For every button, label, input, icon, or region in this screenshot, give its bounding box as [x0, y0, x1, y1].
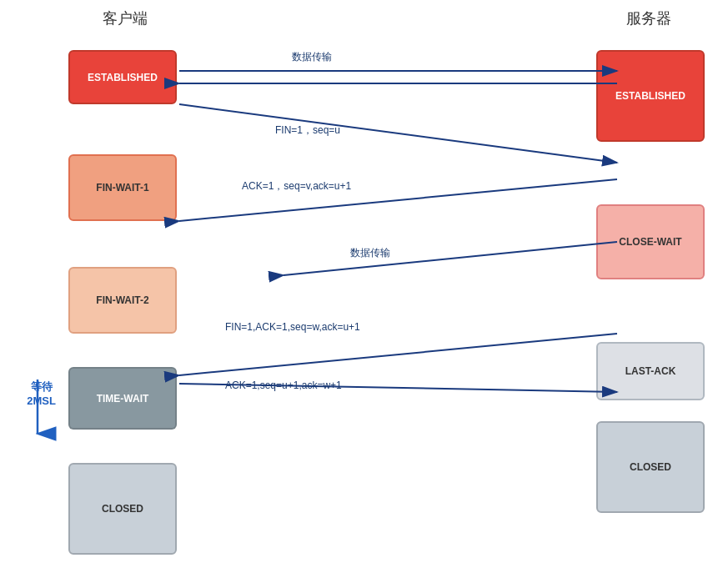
data-transfer-label-2: 数据传输 — [350, 246, 390, 260]
svg-line-6 — [179, 104, 617, 163]
wait-2msl-label: 等待 2MSL — [18, 380, 64, 407]
fin-ack-label: FIN=1,ACK=1,seq=w,ack=u+1 — [225, 321, 360, 333]
ack2-label: ACK=1,seq=u+1,ack=w+1 — [225, 380, 342, 391]
fin-wait-2-box: FIN-WAIT-2 — [68, 267, 177, 334]
client-header: 客户端 — [71, 8, 179, 28]
established-client-box: ESTABLISHED — [68, 50, 177, 104]
last-ack-box: LAST-ACK — [596, 342, 705, 400]
closed-server-box: CLOSED — [596, 421, 705, 513]
fin-wait-1-box: FIN-WAIT-1 — [68, 154, 177, 221]
established-server-box: ESTABLISHED — [596, 50, 705, 142]
close-wait-box: CLOSE-WAIT — [596, 204, 705, 279]
tcp-close-diagram: 客户端 服务器 ESTABLISHED FIN-WAIT-1 FIN-WAIT-… — [0, 0, 728, 568]
time-wait-box: TIME-WAIT — [68, 367, 177, 430]
fin1-label: FIN=1，seq=u — [275, 123, 340, 138]
server-header: 服务器 — [595, 8, 703, 28]
data-transfer-label-1: 数据传输 — [292, 50, 332, 64]
svg-line-8 — [284, 242, 617, 275]
svg-line-9 — [179, 334, 617, 375]
closed-client-box: CLOSED — [68, 463, 177, 555]
ack1-label: ACK=1，seq=v,ack=u+1 — [242, 179, 351, 194]
